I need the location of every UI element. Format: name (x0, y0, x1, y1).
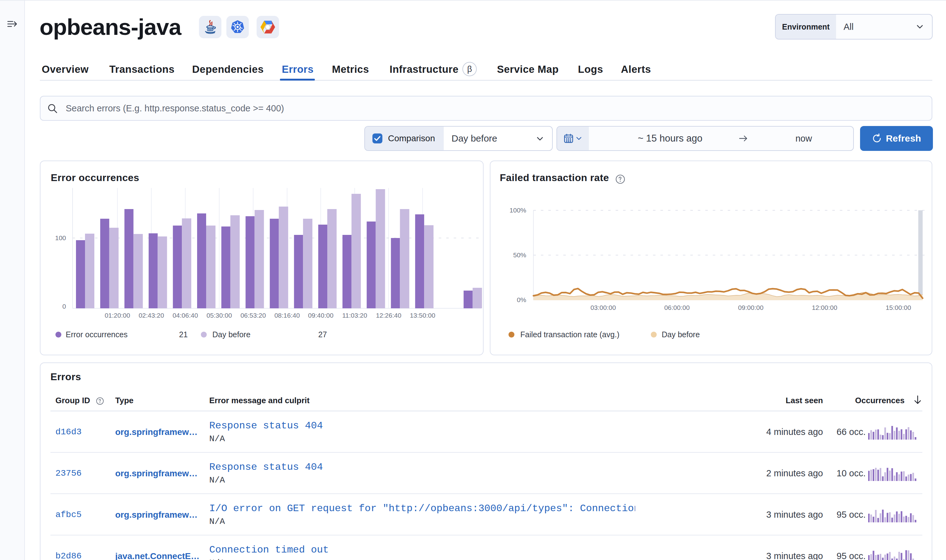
svg-text:100: 100 (55, 234, 66, 242)
svg-text:12:00:00: 12:00:00 (812, 304, 837, 311)
svg-text:100%: 100% (509, 206, 526, 214)
svg-text:08:16:40: 08:16:40 (274, 312, 300, 319)
svg-text:50%: 50% (513, 251, 526, 258)
svg-text:05:30:00: 05:30:00 (207, 312, 232, 319)
svg-text:09:00:00: 09:00:00 (738, 304, 764, 311)
svg-text:06:53:20: 06:53:20 (241, 312, 266, 319)
svg-text:09:40:00: 09:40:00 (308, 312, 333, 319)
svg-text:15:00:00: 15:00:00 (886, 304, 911, 311)
svg-text:11:03:20: 11:03:20 (342, 312, 367, 319)
svg-text:06:00:00: 06:00:00 (664, 304, 690, 311)
svg-text:0%: 0% (517, 296, 526, 303)
svg-text:0: 0 (62, 303, 66, 310)
svg-text:02:43:20: 02:43:20 (139, 312, 164, 319)
svg-text:12:26:40: 12:26:40 (376, 312, 401, 319)
svg-text:01:20:00: 01:20:00 (105, 312, 130, 319)
svg-text:03:00:00: 03:00:00 (590, 304, 616, 311)
svg-text:13:50:00: 13:50:00 (410, 312, 435, 319)
svg-text:04:06:40: 04:06:40 (173, 312, 198, 319)
